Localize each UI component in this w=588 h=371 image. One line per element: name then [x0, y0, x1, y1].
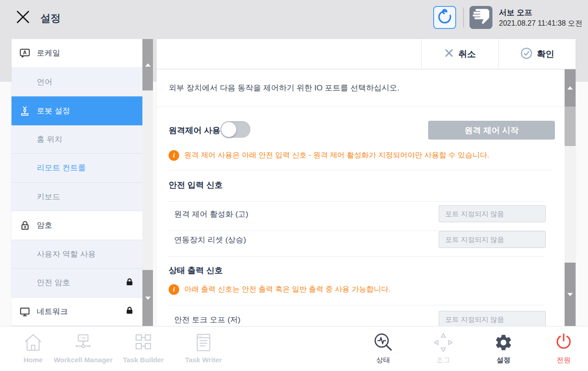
- gripper-icon: [435, 7, 454, 28]
- nav-label: Task Writer: [167, 356, 240, 364]
- gripper-tool-button[interactable]: [433, 6, 456, 29]
- remote-start-button[interactable]: 원격 제어 시작: [428, 121, 555, 140]
- divider: [169, 170, 553, 170]
- page-description: 외부 장치에서 다음 동작을 제어하기 위한 IO 포트를 선택하십시오.: [157, 69, 565, 107]
- sidebar-item-network[interactable]: 네트워크: [11, 298, 142, 326]
- settings-sidebar: A 로케일 언어 로봇 설정 홈 위치 리모트 컨트롤 키보드: [11, 39, 142, 326]
- info-icon: i: [169, 284, 179, 295]
- sidebar-item-locale[interactable]: A 로케일: [11, 39, 142, 68]
- remote-control-panel: 취소 확인 외부 장치에서 다음 동작을 제어하기 위한 IO 포트를 선택하십…: [157, 39, 576, 326]
- sidebar-item-password[interactable]: 암호: [11, 211, 142, 240]
- nav-label: 전원: [527, 356, 588, 365]
- input-section-title: 안전 입력 신호: [169, 180, 223, 191]
- servo-status: 서보 오프: [499, 7, 532, 18]
- nav-power[interactable]: 전원: [527, 331, 588, 365]
- header-divider: [463, 7, 464, 28]
- content-toolbar: 취소 확인: [157, 39, 576, 69]
- toggle-knob: [221, 122, 237, 137]
- locked-icon: [125, 306, 134, 317]
- cancel-x-icon: [444, 48, 454, 60]
- divider: [169, 201, 544, 202]
- field-label-safe-torque-off: 안전 토크 오프 (저): [174, 315, 241, 325]
- sidebar-item-home-position[interactable]: 홈 위치: [11, 125, 142, 154]
- confirm-check-icon: [520, 47, 532, 62]
- scroll-up-icon: [567, 86, 573, 90]
- sidebar-item-label: 리모트 컨트롤: [37, 163, 86, 173]
- sidebar-item-label: 키보드: [37, 191, 60, 202]
- sidebar-item-label: 안전 암호: [37, 277, 70, 288]
- scroll-up-icon: [145, 63, 151, 67]
- power-icon: [527, 331, 588, 354]
- sidebar-item-label: 로케일: [37, 48, 60, 58]
- info-icon: i: [169, 150, 179, 161]
- sidebar-item-user-role[interactable]: 사용자 역할 사용: [11, 240, 142, 269]
- output-section-title: 상태 출력 신호: [169, 265, 223, 276]
- locked-icon: [125, 277, 134, 288]
- robot-icon: [18, 104, 31, 117]
- sidebar-scrollbar[interactable]: [142, 39, 153, 326]
- status-timestamp: 2021.08.27 11:41:38 오전: [499, 19, 582, 28]
- sidebar-item-label: 사용자 역할 사용: [37, 249, 96, 259]
- sidebar-item-robot-settings[interactable]: 로봇 설정: [11, 96, 142, 125]
- sidebar-item-remote-control[interactable]: 리모트 컨트롤: [11, 154, 142, 183]
- cancel-button[interactable]: 취소: [421, 39, 498, 69]
- nav-task-writer[interactable]: Task Writer: [167, 331, 240, 364]
- lock-outline-icon: [18, 219, 31, 232]
- divider: [169, 305, 544, 305]
- port-input-interlock-reset[interactable]: [439, 231, 546, 248]
- scroll-down-button[interactable]: [142, 270, 153, 326]
- sidebar-item-label: 홈 위치: [37, 134, 62, 145]
- content-body: 외부 장치에서 다음 동작을 제어하기 위한 IO 포트를 선택하십시오. 원격…: [157, 69, 576, 326]
- close-icon[interactable]: [15, 9, 31, 25]
- remote-info-row: i 원격 제어 사용은 아래 안전 입력 신호 - 원격 제어 활성화가 지정되…: [169, 150, 550, 161]
- confirm-label: 확인: [537, 48, 554, 60]
- sidebar-item-label: 네트워크: [37, 306, 68, 317]
- scroll-down-icon: [145, 297, 151, 300]
- output-info-row: i 아래 출력 신호는 안전 출력 혹은 일반 출력 중 사용 가능합니다.: [169, 284, 550, 295]
- remote-control-toggle[interactable]: [220, 121, 250, 138]
- remote-info-text: 원격 제어 사용은 아래 안전 입력 신호 - 원격 제어 활성화가 지정되어야…: [184, 151, 489, 160]
- content-scrollbar[interactable]: [565, 69, 576, 326]
- task-writer-icon: [167, 331, 240, 354]
- sidebar-item-label: 언어: [37, 77, 52, 87]
- port-input-remote-enable[interactable]: [439, 205, 546, 222]
- cancel-label: 취소: [458, 48, 476, 60]
- locale-icon: A: [18, 47, 31, 60]
- sidebar-item-label: 암호: [37, 220, 52, 230]
- sidebar-item-safety-password[interactable]: 안전 암호: [11, 269, 142, 298]
- scroll-up-button[interactable]: [565, 69, 576, 107]
- scroll-down-icon: [567, 293, 573, 296]
- svg-text:A: A: [23, 50, 27, 55]
- sidebar-item-label: 로봇 설정: [37, 106, 70, 116]
- output-info-text: 아래 출력 신호는 안전 출력 혹은 일반 출력 중 사용 가능합니다.: [184, 285, 390, 294]
- bottom-navigation: Home Workcell Manager: [0, 326, 588, 371]
- confirm-button[interactable]: 확인: [498, 39, 576, 69]
- scroll-up-button[interactable]: [142, 39, 153, 90]
- port-input-safe-torque-off[interactable]: [439, 311, 546, 326]
- remote-toggle-label: 원격제어 사용: [169, 125, 220, 136]
- scroll-thumb[interactable]: [565, 107, 576, 146]
- scroll-down-button[interactable]: [565, 263, 576, 326]
- hand-icon: [473, 8, 489, 27]
- manual-mode-badge[interactable]: [469, 6, 492, 29]
- field-label-interlock-reset: 연동장치 리셋 (상승): [174, 235, 246, 245]
- monitor-icon: [18, 305, 31, 318]
- page-title: 설정: [40, 11, 61, 25]
- sidebar-item-language[interactable]: 언어: [11, 68, 142, 97]
- divider: [169, 256, 544, 257]
- field-label-remote-enable: 원격 제어 활성화 (고): [174, 209, 249, 219]
- sidebar-item-keyboard[interactable]: 키보드: [11, 183, 142, 212]
